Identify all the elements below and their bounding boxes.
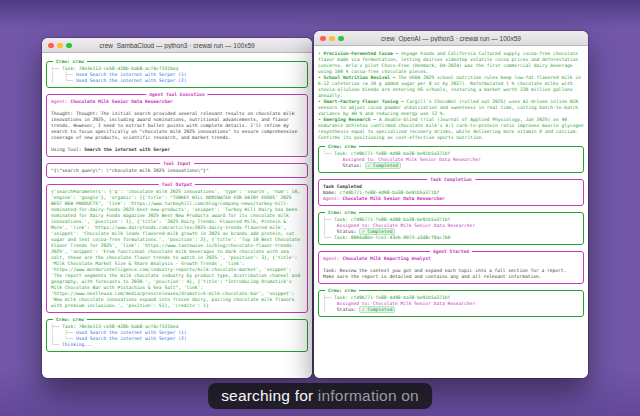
- terminal-line: │ Status: ✓ Completed: [323, 307, 579, 313]
- terminal-window-crew-openai: crew_OpenAI — python3 · crewai run — 100…: [314, 31, 588, 378]
- close-button[interactable]: [320, 36, 326, 42]
- terminal-output[interactable]: Crew: crew├── Task: 70e3e113-ce58-428b-b…: [42, 53, 312, 378]
- window-controls: [320, 36, 344, 42]
- panel-title: Crew: crew: [325, 210, 359, 216]
- terminal-line: Task: Review the context you got and exp…: [323, 268, 579, 280]
- terminal-line: Status: ✓ Completed: [323, 163, 579, 169]
- panel-crew-crew: Crew: crew├── Task: 70e3e113-ce58-428b-b…: [46, 319, 308, 352]
- close-button[interactable]: [48, 43, 54, 49]
- window-titlebar[interactable]: crew_OpenAI — python3 · crewai run — 100…: [314, 31, 588, 46]
- caption-secondary-text: information on: [318, 387, 419, 404]
- terminal-line: • Emerging Research — A double-blind tri…: [318, 117, 584, 141]
- panel-title: Tool Output: [159, 182, 195, 188]
- panel-title: Agent Started: [430, 249, 472, 255]
- panel-task-completion: Task CompletionTask CompletedName: cf49b…: [318, 179, 584, 206]
- panel-title: Crew: crew: [53, 59, 87, 65]
- terminal-line: "{\"search_query\": \"chocolate milk 202…: [51, 168, 303, 174]
- terminal-line: • Smart-Factory Flavor Tuning — Cargill'…: [318, 99, 584, 117]
- panel-tool-output: Tool Output{'searchParameters': {'q': 'c…: [46, 184, 308, 313]
- terminal-line: └── Thinking...: [51, 342, 303, 348]
- panel-agent-started: Agent StartedAgent: Chocolate Milk Repor…: [318, 251, 584, 284]
- terminal-line: • School Nutrition Revival — The USDA 20…: [318, 75, 584, 99]
- panel-crew-crew: Crew: crew└── Task: cf49b771-fe88-4d98-b…: [318, 146, 584, 173]
- caption-overlay: searching for information on: [208, 383, 432, 409]
- panel-title: Crew: crew: [325, 288, 359, 294]
- panel-crew-crew: Crew: crew├── Task: 70e3e113-ce58-428b-b…: [46, 61, 308, 88]
- panel-title: Crew: crew: [325, 144, 359, 150]
- terminal-line: {'searchParameters': {'q': 'chocolate mi…: [51, 189, 303, 309]
- minimize-button[interactable]: [329, 36, 335, 42]
- zoom-button[interactable]: [66, 43, 72, 49]
- panel-crew-crew: Crew: crew├── Task: cf49b771-fe88-4d98-b…: [318, 212, 584, 245]
- terminal-line: Using Tool: Search the internet with Ser…: [51, 147, 303, 153]
- terminal-output[interactable]: • Precision-Fermented Cocoa — Voyage Foo…: [314, 46, 588, 378]
- panel-title: Tool Input: [160, 161, 194, 167]
- zoom-button[interactable]: [338, 36, 344, 42]
- panel-tool-input: Tool Input"{\"search_query\": \"chocolat…: [46, 163, 308, 178]
- panel-title: Crew: crew: [53, 317, 87, 323]
- window-titlebar[interactable]: crew_SambaCloud — python3 · crewai run —…: [42, 38, 312, 53]
- terminal-window-crew-sambacloud: crew_SambaCloud — python3 · crewai run —…: [42, 38, 312, 378]
- panel-agent-tool-execution: Agent Tool ExecutionAgent: Chocolate Mil…: [46, 94, 308, 157]
- panel-title: Task Completion: [427, 177, 475, 183]
- terminal-line: └── Task: 8904a8be-fce1-43eb-8073-a3d8cf…: [323, 235, 579, 241]
- terminal-line: • Precision-Fermented Cocoa — Voyage Foo…: [318, 51, 584, 75]
- window-title: crew_SambaCloud — python3 · crewai run —…: [99, 42, 254, 49]
- terminal-line: │ └── Used Search the internet with Serp…: [51, 78, 303, 84]
- desktop: crew_SambaCloud — python3 · crewai run —…: [0, 0, 640, 416]
- terminal-text-block: • Precision-Fermented Cocoa — Voyage Foo…: [318, 51, 584, 141]
- window-controls: [48, 43, 72, 49]
- minimize-button[interactable]: [57, 43, 63, 49]
- window-title: crew_OpenAI — python3 · crewai run — 100…: [381, 35, 521, 42]
- caption-primary-text: searching for: [221, 387, 318, 404]
- panel-crew-crew: Crew: crew├── Task: cf49b771-fe88-4d98-b…: [318, 290, 584, 317]
- terminal-line: Thought: Thought: The initial search pro…: [51, 111, 303, 141]
- terminal-line: Agent: Chocolate Milk Senior Data Resear…: [323, 196, 579, 202]
- panel-title: Agent Tool Execution: [146, 92, 207, 98]
